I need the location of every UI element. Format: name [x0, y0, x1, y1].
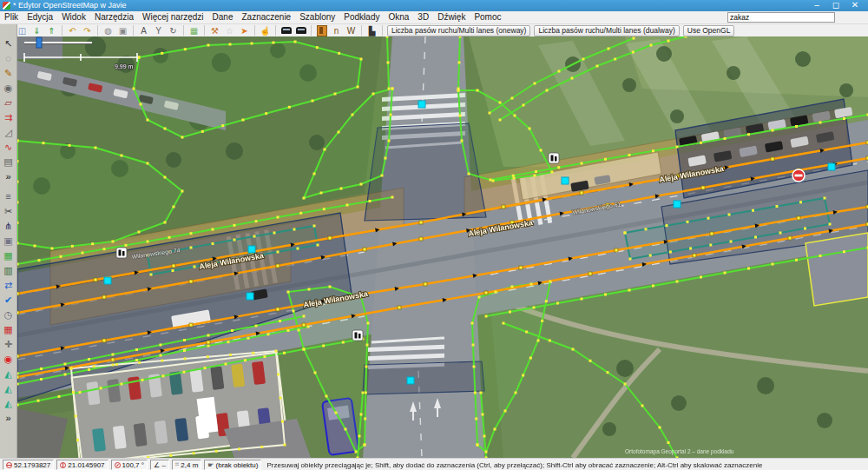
- undo-icon[interactable]: ↶: [66, 25, 79, 36]
- validate-icon[interactable]: ✔: [2, 293, 16, 307]
- status-bar: 52.1793827 21.0145907 100,7 ° ∠ – ⌗2,4 m…: [0, 458, 868, 470]
- menu-więcej-narzędzi[interactable]: Więcej narzędzi: [138, 11, 208, 23]
- improve-accuracy-tool-icon[interactable]: ∿: [2, 140, 16, 154]
- more-modes-icon[interactable]: »: [2, 169, 16, 183]
- synchronize-icon[interactable]: ↻: [167, 25, 180, 36]
- delete-tool-icon[interactable]: ▱: [2, 96, 16, 109]
- edit-tools-sidebar: ↖◌✎◉▱⇉◿∿▤»≡✂⋔▣▦▥⇄✔◷▦✚◉◭◭◭»: [0, 24, 17, 458]
- split-icon[interactable]: ✂: [2, 204, 16, 218]
- inactive-star-icon[interactable]: ☆: [223, 25, 236, 36]
- search-input[interactable]: [727, 12, 835, 23]
- scale-label: 9,99 m: [115, 63, 134, 70]
- use-opengl-button[interactable]: Use OpenGL: [683, 25, 735, 36]
- josm-window: * Edytor OpenStreetMap w Javie –◻✕ PlikE…: [0, 0, 868, 470]
- layers-icon[interactable]: ≡: [2, 189, 16, 203]
- presets-box-icon[interactable]: ▦: [2, 322, 16, 336]
- menu-zaznaczenie[interactable]: Zaznaczenie: [237, 11, 295, 23]
- lasso-tool-icon[interactable]: ◌: [2, 51, 16, 65]
- door-warning-icon[interactable]: [315, 25, 328, 36]
- multilanes-oneway-button[interactable]: Liczba pasów ruchu/Multi lanes (oneway): [387, 25, 530, 36]
- menu-podkłady[interactable]: Podkłady: [339, 11, 384, 23]
- pan-hand-icon[interactable]: ☝: [259, 25, 272, 36]
- angle-display: ∠ –: [150, 460, 169, 470]
- waypoint-letter-icon[interactable]: W: [345, 25, 358, 36]
- history-icon[interactable]: ◷: [2, 308, 16, 321]
- heading-display: 100,7 °: [111, 460, 148, 470]
- menu-pomoc[interactable]: Pomoc: [470, 11, 505, 23]
- main-toolbar: ▤◫⇓⇑↶↷◍▣AY↻▦⚒☆➤☝nW▙ Liczba pasów ruchu/M…: [0, 24, 868, 37]
- toolbar-icons: ▤◫⇓⇑↶↷◍▣AY↻▦⚒☆➤☝nW▙: [0, 25, 379, 36]
- imagery-grid-icon[interactable]: ▦: [187, 25, 201, 36]
- menu-3d[interactable]: 3D: [413, 11, 433, 23]
- menu-narzędzia[interactable]: Narzędzia: [90, 11, 138, 23]
- zoom-tool-icon[interactable]: ◉: [2, 81, 16, 95]
- menu-szablony[interactable]: Szablony: [295, 11, 339, 23]
- zoom-slider-handle[interactable]: [36, 37, 42, 48]
- follow-line-tool-icon[interactable]: ▤: [2, 155, 16, 169]
- upload-data-icon[interactable]: ⇑: [45, 25, 58, 36]
- draw-node-tool-icon[interactable]: ✎: [2, 66, 16, 80]
- menu-dane[interactable]: Dane: [208, 11, 238, 23]
- rename-tool-icon[interactable]: A: [137, 25, 150, 36]
- select-tool-icon[interactable]: ↖: [2, 36, 16, 50]
- hammer-tool-icon[interactable]: ⚒: [208, 25, 221, 36]
- measure-a-icon[interactable]: ◭: [2, 367, 16, 381]
- split-way-icon[interactable]: Y: [152, 25, 165, 36]
- longitude-icon: [60, 462, 66, 468]
- menu-dźwięk[interactable]: Dźwięk: [433, 11, 470, 23]
- multilanes-dualway-button[interactable]: Liczba pasów ruchu/Multi lanes (dualway): [534, 25, 679, 36]
- menu-bar: PlikEdycjaWidokNarzędziaWięcej narzędziD…: [0, 11, 868, 24]
- maximize-button[interactable]: ◻: [826, 0, 845, 10]
- window-title: * Edytor OpenStreetMap w Javie: [13, 1, 127, 10]
- plugin-icon[interactable]: ✚: [2, 337, 16, 351]
- measure-b-icon[interactable]: ◭: [2, 381, 16, 395]
- measure-c-icon[interactable]: ◭: [2, 396, 16, 410]
- launch-tool-icon[interactable]: ➤: [238, 25, 251, 36]
- status-help-text: Przesuwaj obiekty przeciągając je; Shift…: [266, 461, 868, 469]
- terracer-icon[interactable]: ▦: [2, 248, 16, 262]
- josm-logo-icon: [3, 2, 10, 10]
- heading-icon: [115, 462, 121, 468]
- distance-display: ⌗2,4 m: [172, 460, 202, 470]
- relation-graph-icon[interactable]: ⋔: [2, 219, 16, 233]
- latitude-icon: [6, 462, 12, 468]
- lanes-letter-icon[interactable]: n: [330, 25, 343, 36]
- map-pin-icon[interactable]: ◉: [2, 352, 16, 366]
- minimize-button[interactable]: –: [807, 0, 826, 10]
- factory-icon[interactable]: ▙: [365, 25, 378, 36]
- expand-icon[interactable]: »: [2, 411, 16, 425]
- menu-edycja[interactable]: Edycja: [23, 11, 57, 23]
- title-bar: * Edytor OpenStreetMap w Javie –◻✕: [0, 0, 868, 11]
- download-view-icon[interactable]: ◍: [102, 25, 115, 36]
- menu-bar-items: PlikEdycjaWidokNarzędziaWięcej narzędziD…: [0, 12, 506, 22]
- mirror-icon[interactable]: ⇄: [2, 278, 16, 292]
- menu-widok[interactable]: Widok: [57, 11, 90, 23]
- map-canvas[interactable]: Aleja Wilanowska Aleja Wilanowska Aleja …: [17, 36, 868, 458]
- selection-display: ☛(brak obiektu): [204, 460, 261, 470]
- bus-routing-icon[interactable]: [294, 25, 307, 36]
- no-entry-icon: [792, 169, 805, 182]
- photo-icon[interactable]: ▣: [2, 234, 16, 248]
- save-icon[interactable]: ◫: [16, 25, 29, 36]
- imagery-attribution: Ortofotomapa Geoportal 2 – dane podkładu: [625, 448, 734, 455]
- menu-okna[interactable]: Okna: [384, 11, 413, 23]
- parallel-way-tool-icon[interactable]: ⇉: [2, 110, 16, 124]
- car-routing-icon[interactable]: [279, 25, 293, 36]
- redo-icon[interactable]: ↷: [81, 25, 94, 36]
- window-controls: –◻✕: [807, 0, 865, 11]
- extrude-tool-icon[interactable]: ◿: [2, 125, 16, 139]
- latitude-display: 52.1793827: [3, 460, 54, 470]
- terminal-icon[interactable]: ▥: [2, 263, 16, 277]
- download-data-icon[interactable]: ⇓: [30, 25, 43, 36]
- note-icon[interactable]: ▣: [116, 25, 129, 36]
- close-button[interactable]: ✕: [845, 0, 865, 10]
- menu-plik[interactable]: Plik: [0, 11, 23, 23]
- longitude-display: 21.0145907: [56, 460, 108, 470]
